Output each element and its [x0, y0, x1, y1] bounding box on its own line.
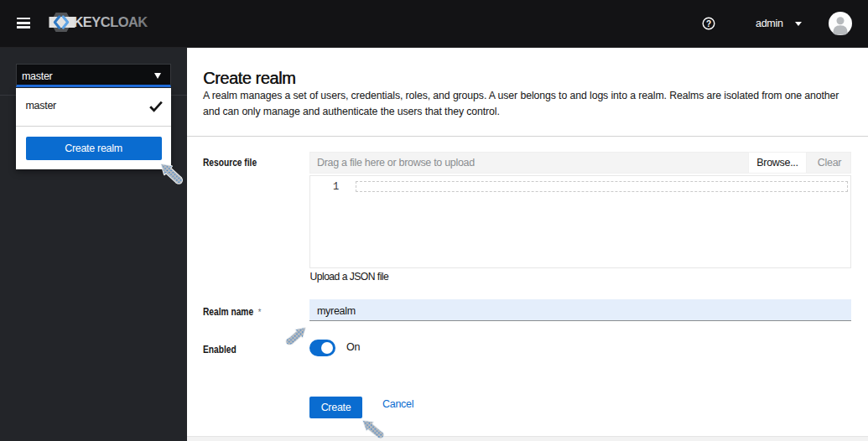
- svg-text:KEYCLOAK: KEYCLOAK: [74, 14, 148, 29]
- svg-text:?: ?: [706, 19, 711, 29]
